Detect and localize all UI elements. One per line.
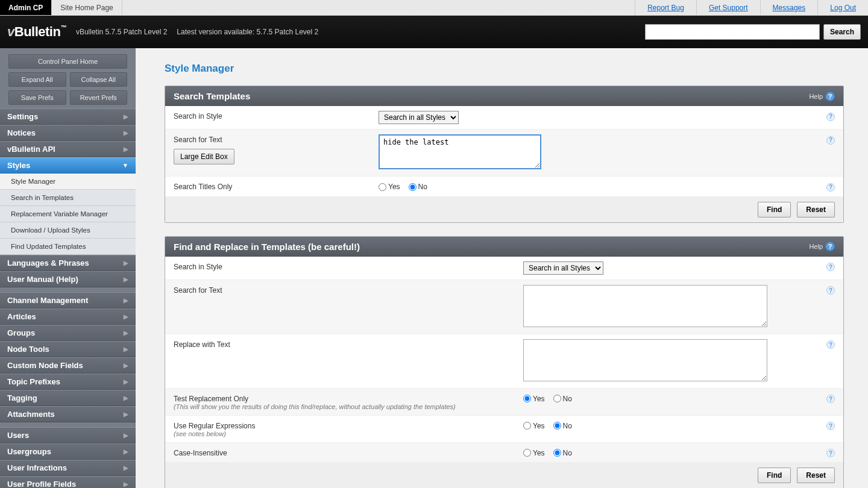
chevron-right-icon: ▶	[124, 146, 128, 152]
nav-groups[interactable]: Groups▶	[0, 325, 136, 341]
fr-replace-with-text-textarea[interactable]	[523, 339, 767, 381]
link-log-out[interactable]: Log Out	[817, 0, 868, 15]
find-replace-panel: Find and Replace in Templates (be carefu…	[165, 236, 844, 489]
chevron-right-icon: ▶	[124, 411, 128, 418]
fr-find-button[interactable]: Find	[758, 468, 791, 483]
help-icon[interactable]: ?	[826, 136, 835, 145]
nav-sub-replacement-variable-manager[interactable]: Replacement Variable Manager	[0, 206, 136, 222]
nav-users[interactable]: Users▶	[0, 427, 136, 443]
nav-sub-search-in-templates[interactable]: Search in Templates	[0, 190, 136, 206]
radio-regex-no[interactable]: No	[553, 422, 572, 430]
nav-notices[interactable]: Notices▶	[0, 125, 136, 141]
global-search-input[interactable]	[645, 24, 820, 40]
save-prefs-button[interactable]: Save Prefs	[8, 90, 66, 105]
help-icon[interactable]: ?	[826, 286, 835, 295]
tab-admin-cp[interactable]: Admin CP	[0, 0, 52, 15]
tab-site-home[interactable]: Site Home Page	[52, 0, 122, 15]
help-icon[interactable]: ?	[826, 422, 835, 430]
label-use-regex-sub: (see notes below)	[174, 430, 523, 437]
nav-usergroups[interactable]: Usergroups▶	[0, 443, 136, 460]
top-bar: Admin CP Site Home Page Report Bug Get S…	[0, 0, 868, 16]
radio-case-no[interactable]: No	[553, 449, 572, 457]
chevron-right-icon: ▶	[124, 362, 128, 369]
label-search-titles-only: Search Titles Only	[174, 181, 379, 191]
label-replace-with-text: Replace with Text	[174, 339, 523, 349]
fr-search-for-text-textarea[interactable]	[523, 285, 767, 327]
search-for-text-textarea[interactable]	[379, 134, 541, 169]
chevron-right-icon: ▶	[124, 276, 128, 283]
nav-user-infractions[interactable]: User Infractions▶	[0, 460, 136, 476]
link-report-bug[interactable]: Report Bug	[635, 0, 696, 15]
chevron-right-icon: ▶	[124, 113, 128, 120]
fr-search-in-style-select[interactable]: Search in all Styles	[523, 261, 603, 275]
help-icon[interactable]: ?	[826, 263, 835, 271]
nav-sub-find-updated-templates[interactable]: Find Updated Templates	[0, 239, 136, 255]
chevron-right-icon: ▶	[124, 395, 128, 401]
chevron-down-icon: ▼	[122, 162, 128, 169]
label-search-in-style: Search in Style	[174, 261, 523, 271]
find-button[interactable]: Find	[758, 202, 791, 217]
revert-prefs-button[interactable]: Revert Prefs	[70, 90, 128, 105]
chevron-right-icon: ▶	[124, 330, 128, 336]
help-icon: ?	[825, 242, 835, 251]
nav-tagging[interactable]: Tagging▶	[0, 390, 136, 406]
nav-attachments[interactable]: Attachments▶	[0, 406, 136, 422]
chevron-right-icon: ▶	[124, 448, 128, 455]
header-bar: vvBulletinBulletin™ vBulletin 5.7.5 Patc…	[0, 16, 868, 48]
panel-help-link[interactable]: Help ?	[809, 92, 835, 101]
nav-sub-download-upload-styles[interactable]: Download / Upload Styles	[0, 222, 136, 239]
chevron-right-icon: ▶	[124, 432, 128, 439]
search-in-style-select[interactable]: Search in all Styles	[379, 111, 459, 124]
latest-version-text: Latest version available: 5.7.5 Patch Le…	[177, 28, 318, 36]
expand-all-button[interactable]: Expand All	[8, 72, 66, 87]
chevron-right-icon: ▶	[124, 260, 128, 266]
help-icon[interactable]: ?	[826, 449, 835, 457]
nav-channel-management[interactable]: Channel Management▶	[0, 292, 136, 308]
panel-title: Find and Replace in Templates (be carefu…	[174, 242, 360, 252]
nav-topic-prefixes[interactable]: Topic Prefixes▶	[0, 374, 136, 390]
nav-node-tools[interactable]: Node Tools▶	[0, 341, 136, 357]
radio-case-yes[interactable]: Yes	[523, 449, 545, 457]
help-icon[interactable]: ?	[826, 113, 835, 121]
nav-styles[interactable]: Styles▼	[0, 157, 136, 174]
nav-user-manual-help-[interactable]: User Manual (Help)▶	[0, 271, 136, 287]
label-test-replacement: Test Replacement Only	[174, 395, 248, 403]
label-search-for-text: Search for Text	[174, 285, 523, 295]
nav-sub-style-manager[interactable]: Style Manager	[0, 174, 136, 190]
page-title: Style Manager	[165, 63, 844, 75]
chevron-right-icon: ▶	[124, 297, 128, 304]
control-panel-home-button[interactable]: Control Panel Home	[8, 54, 127, 69]
nav-user-profile-fields[interactable]: User Profile Fields▶	[0, 476, 136, 488]
logo: vvBulletinBulletin™	[7, 24, 66, 40]
help-icon[interactable]: ?	[826, 395, 835, 403]
version-text: vBulletin 5.7.5 Patch Level 2	[76, 28, 167, 36]
nav-languages-phrases[interactable]: Languages & Phrases▶	[0, 255, 136, 271]
radio-test-yes[interactable]: Yes	[523, 395, 545, 403]
large-edit-box-button[interactable]: Large Edit Box	[174, 149, 234, 164]
label-search-for-text: Search for Text	[174, 136, 222, 144]
help-icon[interactable]: ?	[826, 340, 835, 349]
global-search-button[interactable]: Search	[823, 24, 861, 40]
link-get-support[interactable]: Get Support	[696, 0, 760, 15]
search-templates-panel: Search Templates Help ? Search in Style …	[165, 86, 844, 223]
chevron-right-icon: ▶	[124, 130, 128, 136]
chevron-right-icon: ▶	[124, 346, 128, 352]
sidebar: Control Panel Home Expand All Collapse A…	[0, 48, 136, 488]
radio-test-no[interactable]: No	[553, 395, 572, 403]
nav-articles[interactable]: Articles▶	[0, 308, 136, 325]
label-test-replacement-sub: (This will show you the results of doing…	[174, 403, 523, 410]
fr-reset-button[interactable]: Reset	[797, 468, 835, 483]
radio-regex-yes[interactable]: Yes	[523, 422, 545, 430]
radio-titles-no[interactable]: No	[409, 183, 427, 191]
link-messages[interactable]: Messages	[760, 0, 818, 15]
nav-settings[interactable]: Settings▶	[0, 108, 136, 125]
collapse-all-button[interactable]: Collapse All	[70, 72, 128, 87]
chevron-right-icon: ▶	[124, 313, 128, 320]
panel-help-link[interactable]: Help ?	[809, 242, 835, 251]
nav-custom-node-fields[interactable]: Custom Node Fields▶	[0, 357, 136, 374]
reset-button[interactable]: Reset	[797, 202, 835, 217]
nav-vbulletin-api[interactable]: vBulletin API▶	[0, 141, 136, 157]
help-icon[interactable]: ?	[826, 183, 835, 192]
chevron-right-icon: ▶	[124, 378, 128, 385]
radio-titles-yes[interactable]: Yes	[379, 183, 400, 191]
